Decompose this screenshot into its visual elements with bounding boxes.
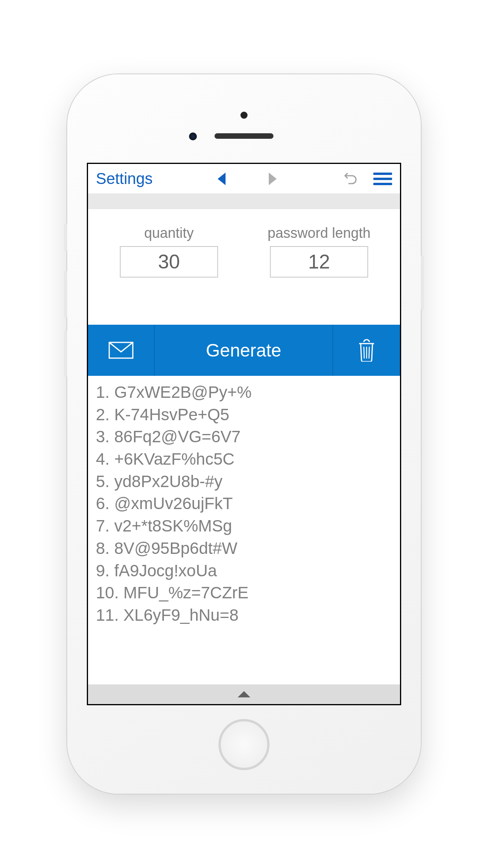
nav-arrows <box>218 173 277 185</box>
sensor-dot <box>240 112 248 119</box>
result-item: 5. yd8Px2U8b-#y <box>96 471 392 493</box>
length-group: password length <box>250 225 388 278</box>
length-label: password length <box>268 225 371 241</box>
trash-icon <box>358 339 376 362</box>
action-bar: Generate <box>88 325 400 376</box>
email-button[interactable] <box>88 325 155 376</box>
menu-icon[interactable] <box>373 173 392 185</box>
quantity-input[interactable] <box>120 246 218 278</box>
svg-line-3 <box>369 347 369 359</box>
phone-frame: Settings quantity <box>67 74 421 794</box>
result-item: 1. G7xWE2B@Py+% <box>96 381 392 404</box>
toolbar: Settings <box>88 164 400 193</box>
forward-icon[interactable] <box>269 173 277 185</box>
settings-button[interactable]: Settings <box>96 170 153 188</box>
result-item: 9. fA9Jocg!xoUa <box>96 560 392 582</box>
result-item: 6. @xmUv26ujFkT <box>96 493 392 515</box>
quantity-label: quantity <box>144 225 194 241</box>
side-button <box>64 224 67 251</box>
divider-strip <box>88 193 400 209</box>
result-item: 11. XL6yF9_hNu=8 <box>96 604 392 627</box>
result-item: 7. v2+*t8SK%MSg <box>96 515 392 537</box>
generate-label: Generate <box>206 340 281 361</box>
result-item: 2. K-74HsvPe+Q5 <box>96 404 392 426</box>
generate-button[interactable]: Generate <box>155 325 333 376</box>
expand-up-icon <box>238 691 250 697</box>
mail-icon <box>108 342 134 359</box>
result-item: 8. 8V@95Bp6dt#W <box>96 537 392 560</box>
length-input[interactable] <box>270 246 368 278</box>
result-item: 3. 86Fq2@VG=6V7 <box>96 426 392 448</box>
inputs-area: quantity password length <box>88 209 400 325</box>
speaker-grille <box>215 133 273 139</box>
result-item: 4. +6KVazF%hc5C <box>96 448 392 471</box>
home-button[interactable] <box>218 719 270 770</box>
side-button <box>64 271 67 318</box>
app-screen: Settings quantity <box>87 163 401 705</box>
quantity-group: quantity <box>100 225 238 278</box>
undo-icon[interactable] <box>342 170 358 188</box>
svg-line-1 <box>364 347 364 359</box>
side-button <box>421 255 424 310</box>
back-icon[interactable] <box>218 173 226 185</box>
bottom-bar[interactable] <box>88 684 400 704</box>
result-item: 10. MFU_%z=7CZrE <box>96 582 392 604</box>
side-button <box>64 330 67 377</box>
front-camera <box>189 132 197 140</box>
results-list[interactable]: 1. G7xWE2B@Py+% 2. K-74HsvPe+Q5 3. 86Fq2… <box>88 376 400 684</box>
delete-button[interactable] <box>333 325 400 376</box>
